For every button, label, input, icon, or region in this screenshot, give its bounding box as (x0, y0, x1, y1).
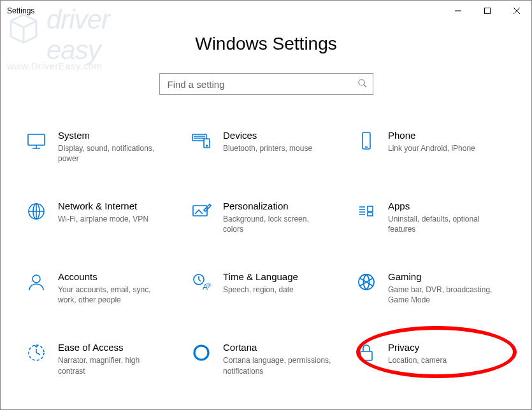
tile-title: Ease of Access (58, 341, 166, 354)
phone-icon (351, 131, 382, 151)
svg-point-18 (194, 346, 208, 360)
time-language-icon: A字 (186, 272, 217, 292)
tile-title: Devices (223, 129, 312, 142)
search-container (1, 73, 531, 95)
tile-time-language[interactable]: A字 Time & Language Speech, region, date (183, 268, 349, 308)
tile-accounts[interactable]: Accounts Your accounts, email, sync, wor… (18, 268, 183, 308)
tile-desc: Display, sound, notifications, power (58, 143, 166, 165)
search-input[interactable] (168, 79, 357, 90)
settings-grid: System Display, sound, notifications, po… (1, 127, 531, 379)
tile-desc: Uninstall, defaults, optional features (388, 214, 496, 236)
tile-gaming[interactable]: Gaming Game bar, DVR, broadcasting, Game… (349, 268, 514, 308)
tile-cortana[interactable]: Cortana Cortana language, permissions, n… (183, 339, 349, 379)
tile-title: Accounts (58, 271, 166, 283)
page-title: Windows Settings (1, 34, 531, 54)
svg-rect-11 (368, 213, 373, 216)
svg-point-12 (32, 275, 40, 283)
gaming-icon (351, 272, 382, 292)
tile-title: Gaming (388, 271, 496, 283)
svg-rect-10 (368, 206, 373, 211)
tile-system[interactable]: System Display, sound, notifications, po… (18, 127, 183, 167)
search-icon (357, 78, 368, 90)
tile-ease-of-access[interactable]: Ease of Access Narrator, magnifier, high… (18, 339, 183, 379)
tile-desc: Link your Android, iPhone (388, 143, 475, 154)
tile-title: Privacy (388, 341, 447, 354)
window-title: Settings (7, 6, 34, 15)
tile-phone[interactable]: Phone Link your Android, iPhone (349, 127, 514, 167)
svg-rect-6 (363, 132, 370, 149)
devices-icon (186, 131, 217, 151)
tile-desc: Game bar, DVR, broadcasting, Game Mode (388, 285, 496, 306)
close-button[interactable] (502, 1, 531, 21)
svg-point-1 (359, 80, 364, 85)
tile-title: Personalization (223, 200, 331, 213)
ease-of-access-icon (21, 343, 52, 363)
personalization-icon (186, 201, 217, 222)
tile-network[interactable]: Network & Internet Wi-Fi, airplane mode,… (18, 197, 183, 237)
search-box[interactable] (159, 73, 373, 95)
tile-title: Network & Internet (58, 200, 148, 213)
tile-personalization[interactable]: Personalization Background, lock screen,… (183, 197, 349, 237)
tile-desc: Background, lock screen, colors (223, 214, 331, 236)
tile-desc: Bluetooth, printers, mouse (223, 143, 312, 154)
window-titlebar: Settings (1, 1, 531, 21)
svg-rect-19 (361, 351, 372, 360)
tile-title: Apps (388, 200, 496, 213)
accounts-icon (21, 272, 52, 292)
tile-desc: Cortana language, permissions, notificat… (223, 355, 331, 377)
tile-desc: Location, camera (388, 355, 447, 366)
tile-privacy[interactable]: Privacy Location, camera (349, 339, 514, 379)
main-content: Windows Settings System Display, sound, … (1, 21, 531, 379)
minimize-button[interactable] (443, 1, 473, 21)
tile-desc: Wi-Fi, airplane mode, VPN (58, 214, 148, 225)
tile-devices[interactable]: Devices Bluetooth, printers, mouse (183, 127, 349, 167)
maximize-button[interactable] (473, 1, 502, 21)
tile-title: Time & Language (223, 271, 298, 283)
globe-icon (21, 201, 52, 222)
lock-icon (351, 343, 382, 363)
svg-text:字: 字 (206, 283, 212, 288)
svg-rect-0 (485, 8, 491, 14)
svg-rect-2 (28, 134, 45, 145)
tile-desc: Your accounts, email, sync, work, other … (58, 285, 166, 306)
tile-desc: Narrator, magnifier, high contrast (58, 355, 166, 377)
tile-title: Cortana (223, 341, 331, 354)
tile-desc: Speech, region, date (223, 285, 298, 295)
tile-apps[interactable]: Apps Uninstall, defaults, optional featu… (349, 197, 514, 237)
tile-title: System (58, 129, 166, 142)
system-icon (21, 131, 52, 151)
cortana-icon (186, 343, 217, 363)
tile-title: Phone (388, 129, 475, 142)
apps-icon (351, 201, 382, 222)
